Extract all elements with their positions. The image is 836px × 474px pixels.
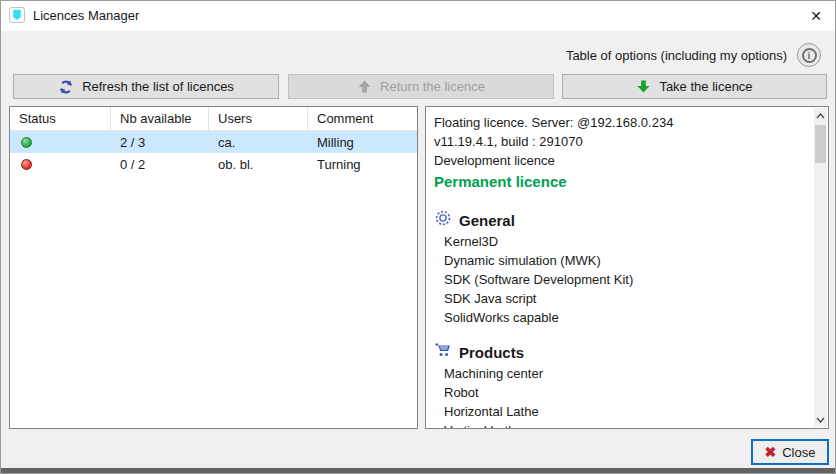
permanent-licence-line: Permanent licence [434, 171, 806, 193]
licence-option: Robot [434, 383, 806, 402]
licence-option: Dynamic simulation (MWK) [434, 251, 806, 270]
arrow-down-icon [636, 79, 651, 94]
licence-option: Kernel3D [434, 232, 806, 251]
licence-details-panel: Floating licence. Server: @192.168.0.234… [425, 106, 829, 429]
close-button-label: Close [782, 445, 815, 460]
scroll-up-icon[interactable] [814, 108, 827, 123]
cell-users: ca. [209, 135, 308, 150]
cell-nb-available: 0 / 2 [111, 157, 209, 172]
scroll-down-icon[interactable] [814, 412, 827, 427]
cell-users: ob. bl. [209, 157, 308, 172]
status-red-icon [21, 159, 32, 170]
info-button[interactable]: i [797, 43, 821, 67]
cell-comment: Turning [308, 157, 417, 172]
take-licence-button[interactable]: Take the licence [562, 74, 827, 99]
licences-table: Status Nb available Users Comment 2 / 3 … [9, 106, 418, 429]
window-close-icon[interactable]: ✕ [795, 1, 836, 31]
version-line: v11.19.4.1, build : 291070 [434, 132, 806, 151]
arrow-up-icon [357, 79, 372, 94]
close-button[interactable]: ✖ Close [751, 439, 829, 465]
app-shield-icon [9, 7, 25, 23]
section-title: Products [459, 343, 524, 363]
licences-manager-window: Licences Manager ✕ Table of options (inc… [0, 0, 836, 474]
scrollbar-thumb[interactable] [815, 125, 826, 163]
section-title: General [459, 211, 515, 231]
licence-option: Horizontal Lathe [434, 402, 806, 421]
server-line: Floating licence. Server: @192.168.0.234 [434, 113, 806, 132]
close-x-icon: ✖ [765, 445, 777, 459]
table-row[interactable]: 2 / 3 ca. Milling [10, 131, 417, 153]
status-green-icon [21, 137, 32, 148]
take-button-label: Take the licence [659, 79, 752, 94]
refresh-icon [58, 79, 74, 95]
table-header: Status Nb available Users Comment [10, 107, 417, 131]
products-items: Machining center Robot Horizontal Lathe … [434, 364, 806, 429]
general-items: Kernel3D Dynamic simulation (MWK) SDK (S… [434, 232, 806, 327]
table-row[interactable]: 0 / 2 ob. bl. Turning [10, 153, 417, 175]
column-header-users[interactable]: Users [209, 107, 308, 130]
gear-icon [434, 209, 452, 232]
column-header-nb-available[interactable]: Nb available [111, 107, 209, 130]
cell-nb-available: 2 / 3 [111, 135, 209, 150]
return-licence-button[interactable]: Return the licence [288, 74, 554, 99]
licence-option: Vertical Lathe [434, 421, 806, 429]
licence-option: SDK (Software Development Kit) [434, 270, 806, 289]
cell-comment: Milling [308, 135, 417, 150]
details-scrollbar[interactable] [814, 108, 827, 427]
section-header-products: Products [434, 341, 806, 364]
return-button-label: Return the licence [380, 79, 485, 94]
column-header-status[interactable]: Status [10, 107, 111, 130]
background-window-edge [1, 468, 836, 473]
options-label: Table of options (including my options) [566, 47, 787, 65]
info-icon: i [802, 48, 817, 63]
title-bar: Licences Manager ✕ [1, 1, 836, 31]
section-header-general: General [434, 209, 806, 232]
refresh-licences-button[interactable]: Refresh the list of licences [13, 74, 279, 99]
refresh-button-label: Refresh the list of licences [82, 79, 234, 94]
licence-option: SDK Java script [434, 289, 806, 308]
licence-option: SolidWorks capable [434, 308, 806, 327]
cart-icon [434, 341, 452, 364]
window-title: Licences Manager [33, 1, 139, 31]
licence-type-line: Development licence [434, 151, 806, 170]
licence-option: Machining center [434, 364, 806, 383]
column-header-comment[interactable]: Comment [308, 107, 417, 130]
